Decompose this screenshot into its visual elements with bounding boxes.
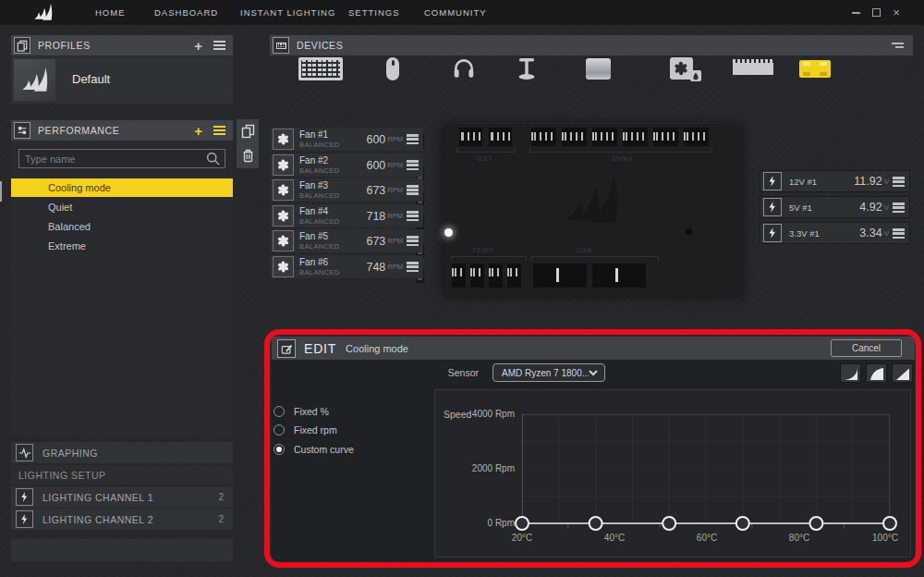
voltage-menu-icon[interactable] [893,177,905,187]
mode-item-extreme[interactable]: Extreme [11,237,233,255]
voltage-row-5v[interactable]: 5V #1 4.92 V [760,196,910,218]
performance-menu-icon[interactable] [213,126,225,135]
fan-icon [273,230,294,252]
add-performance-mode-icon[interactable]: + [194,125,202,137]
fan-icon [273,129,294,150]
scroll-indicator [0,181,2,202]
sidebar-item-graphing[interactable]: GRAPHING [11,442,233,463]
fan-rpm-unit: RPM [387,237,403,245]
fan-row-4[interactable]: Fan #4BALANCED 718 RPM [270,204,423,227]
radio-circle [274,406,285,417]
curve-point-1[interactable] [516,517,529,530]
add-profile-icon[interactable]: + [194,40,202,52]
usb-ports-label: USB [577,247,592,253]
concave-curve-icon [844,366,858,381]
mode-item-cooling-mode[interactable]: Cooling mode [11,178,233,197]
fan-menu-icon[interactable] [407,262,419,272]
sidebar-item-lighting-channel-1[interactable]: LIGHTING CHANNEL 1 2 [11,486,233,508]
fan-rpm: 600 [366,133,385,146]
device-icon-headset-stand[interactable] [516,55,538,81]
keyboard-icon [273,37,289,54]
curve-point-3[interactable] [663,517,675,530]
fan-rpm: 673 [366,235,385,248]
radio-custom-curve[interactable]: Custom curve [274,443,354,456]
fan-row-3[interactable]: Fan #3BALANCED 673 RPM [270,178,423,202]
curve-point-6[interactable] [883,517,896,530]
fan-row-1[interactable]: Fan #1BALANCED 600 RPM [270,128,423,151]
voltage-menu-icon[interactable] [893,203,905,213]
voltage-unit: V [884,178,889,186]
device-icon-mousepad[interactable] [585,55,611,81]
devices-filter-icon[interactable] [892,43,904,49]
minimize-button[interactable] [847,0,864,25]
curve-preset-convex-button[interactable] [866,363,887,383]
fan-mode: BALANCED [299,192,366,200]
sidebar-item-lighting-channel-2[interactable]: LIGHTING CHANNEL 2 2 [11,509,233,530]
sidebar-item-lighting-setup[interactable]: LIGHTING SETUP [11,465,233,485]
fan-menu-icon[interactable] [407,160,419,170]
mode-item-balanced[interactable]: Balanced [11,217,233,236]
voltage-unit: V [884,203,889,212]
sensor-value: AMD Ryzen 7 1800... [493,368,589,378]
curve-point-2[interactable] [590,517,602,530]
voltage-row-12v[interactable]: 12V #1 11.92 V [760,170,910,192]
search-icon [205,151,221,166]
fan-row-5[interactable]: Fan #5BALANCED 673 RPM [270,229,423,252]
fan-mode: BALANCED [299,141,366,149]
duplicate-mode-button[interactable] [237,119,259,143]
device-icon-commander-pro[interactable] [799,55,831,81]
fan-menu-icon[interactable] [407,211,419,221]
mode-search-input[interactable] [19,153,205,165]
minimize-icon [852,12,860,14]
device-icon-cooler[interactable] [667,55,695,81]
voltage-value: 11.92 [854,175,881,188]
fan-row-2[interactable]: Fan #2BALANCED 600 RPM [270,153,423,177]
fan-menu-icon[interactable] [407,185,419,195]
fan-port [531,128,556,146]
radio-label: Fixed % [294,406,329,417]
radio-fixed-rpm[interactable]: Fixed rpm [274,424,337,436]
close-button[interactable]: × [888,0,905,25]
x-tick-60: 60°C [688,533,725,543]
led-port [459,128,482,146]
cancel-button[interactable]: Cancel [831,339,902,357]
curve-point-5[interactable] [809,517,822,530]
empty-profile-slot [11,539,233,561]
mode-item-quiet[interactable]: Quiet [11,198,233,216]
bolt-icon [16,510,33,528]
nav-dashboard[interactable]: DASHBOARD [154,0,218,25]
device-icon-mouse[interactable] [386,55,399,81]
curve-point-4[interactable] [736,517,749,530]
device-icon-headset[interactable] [452,55,476,81]
radio-fixed-percent[interactable]: Fixed % [274,405,329,418]
temp-port [507,264,521,288]
nav-home[interactable]: HOME [95,0,126,25]
convex-curve-icon [869,366,884,381]
voltage-value: 4.92 [859,201,881,214]
curve-preset-linear-button[interactable] [892,363,913,383]
fan-rpm-unit: RPM [387,186,403,194]
curve-plot-area[interactable] [522,414,890,533]
nav-community[interactable]: COMMUNITY [424,0,487,25]
nav-instant-lighting[interactable]: INSTANT LIGHTING [240,0,335,25]
voltage-menu-icon[interactable] [893,228,905,239]
usb-bracket [531,256,659,261]
nav-settings[interactable]: SETTINGS [348,0,400,25]
fan-menu-icon[interactable] [407,134,419,144]
voltage-row-3-3v[interactable]: 3.3V #1 3.34 V [760,222,910,244]
fan-menu-icon[interactable] [407,236,419,246]
curve-preset-concave-button[interactable] [840,363,861,383]
maximize-button[interactable] [868,0,884,25]
device-icon-keyboard[interactable] [298,55,343,81]
radio-label: Custom curve [294,444,354,455]
delete-mode-button[interactable] [237,143,259,167]
profiles-icon [14,37,30,54]
profile-thumbnail-sail-icon [14,59,55,101]
device-icon-ram[interactable] [733,55,773,81]
lighting-channel-1-count: 2 [218,492,224,502]
fan-row-6[interactable]: Fan #6BALANCED 748 RPM [270,255,423,278]
sensor-dropdown[interactable]: AMD Ryzen 7 1800... [492,363,605,382]
profile-item-default[interactable]: Default [11,56,233,104]
profiles-menu-icon[interactable] [213,41,225,50]
edit-icon [277,339,296,358]
